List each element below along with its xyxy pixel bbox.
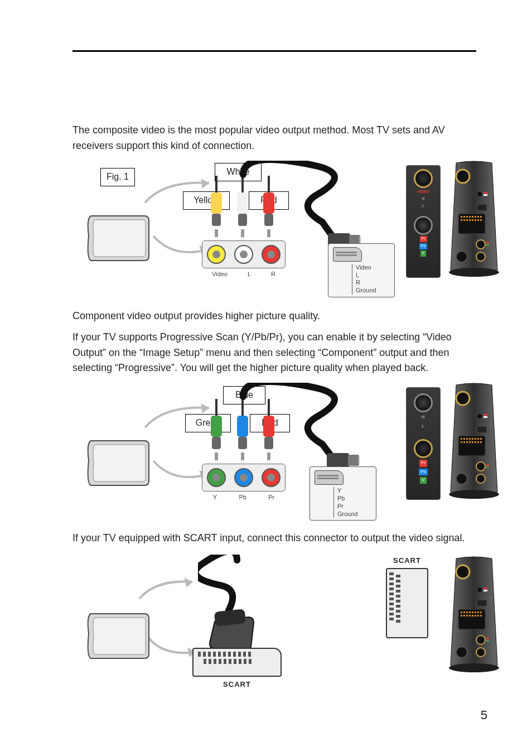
svg-point-34 bbox=[476, 252, 485, 261]
svg-rect-19 bbox=[472, 216, 473, 218]
svg-point-44 bbox=[456, 392, 470, 405]
port-label: Pr bbox=[420, 236, 427, 242]
device-rear-icon: Y bbox=[446, 161, 502, 278]
svg-rect-26 bbox=[469, 219, 471, 221]
svg-rect-100 bbox=[486, 638, 489, 639]
svg-rect-91 bbox=[461, 615, 462, 617]
svg-rect-47 bbox=[483, 416, 487, 418]
rca-socket-label: R bbox=[271, 269, 275, 279]
svg-rect-85 bbox=[466, 611, 468, 613]
svg-rect-30 bbox=[480, 219, 482, 221]
device-rear-icon: Y bbox=[446, 383, 502, 500]
tv-icon bbox=[86, 214, 151, 264]
svg-point-102 bbox=[476, 648, 485, 657]
svg-text:Y: Y bbox=[490, 596, 492, 600]
svg-rect-97 bbox=[477, 615, 479, 617]
svg-rect-55 bbox=[472, 438, 473, 440]
rca-plugs-icon bbox=[204, 399, 282, 460]
svg-rect-48 bbox=[477, 426, 487, 433]
rca-socket-label: L bbox=[248, 269, 251, 279]
svg-rect-80 bbox=[477, 600, 487, 606]
pin-label: Pr bbox=[337, 503, 373, 511]
rca-socket-label: Y bbox=[213, 493, 217, 502]
back-panel-strip-icon: R L Pr Pb Y bbox=[406, 387, 441, 500]
svg-rect-96 bbox=[475, 615, 476, 617]
pin-label: Ground bbox=[337, 511, 373, 518]
svg-point-75 bbox=[449, 663, 499, 672]
svg-rect-22 bbox=[480, 216, 482, 218]
svg-rect-57 bbox=[477, 438, 479, 440]
port-label: R bbox=[422, 414, 425, 421]
svg-rect-54 bbox=[469, 438, 471, 440]
svg-rect-78 bbox=[483, 588, 487, 589]
svg-point-8 bbox=[456, 170, 470, 183]
scart-receptacle: SCART bbox=[385, 555, 429, 638]
svg-point-76 bbox=[456, 565, 470, 579]
svg-rect-15 bbox=[461, 216, 462, 218]
svg-rect-60 bbox=[463, 441, 465, 443]
svg-point-45 bbox=[477, 413, 482, 419]
pin-label: R bbox=[356, 279, 391, 287]
svg-rect-24 bbox=[463, 219, 465, 221]
svg-rect-29 bbox=[477, 219, 479, 221]
svg-rect-94 bbox=[469, 615, 471, 617]
component-paragraph-2: If your TV supports Progressive Scan (Y/… bbox=[72, 330, 476, 377]
svg-rect-88 bbox=[475, 611, 476, 613]
svg-rect-4 bbox=[359, 237, 361, 238]
pin-label: Pb bbox=[337, 495, 373, 503]
port-label: R bbox=[422, 196, 424, 203]
connector-pinout: Y Pb Pr Ground bbox=[309, 466, 376, 521]
composite-paragraph: The composite video is the most popular … bbox=[72, 123, 476, 154]
svg-rect-17 bbox=[466, 216, 468, 218]
port-label: L bbox=[422, 423, 424, 430]
figure-label: Fig. 1 bbox=[100, 168, 135, 186]
port-label: VIDEO bbox=[417, 189, 429, 195]
svg-rect-98 bbox=[480, 615, 482, 617]
svg-rect-53 bbox=[466, 438, 468, 440]
scart-panel-label: SCART bbox=[385, 555, 429, 566]
page-number: 5 bbox=[481, 708, 487, 723]
pin-label: Ground bbox=[356, 287, 391, 295]
svg-point-31 bbox=[476, 240, 485, 249]
svg-rect-58 bbox=[480, 438, 482, 440]
svg-rect-90 bbox=[480, 611, 482, 613]
section-composite: The composite video is the most popular … bbox=[72, 123, 476, 281]
svg-rect-5 bbox=[359, 239, 361, 240]
svg-rect-69 bbox=[486, 466, 489, 468]
port-label: Pb bbox=[419, 243, 428, 249]
svg-rect-63 bbox=[472, 441, 473, 443]
port-label: Y bbox=[420, 251, 427, 257]
svg-rect-95 bbox=[472, 615, 473, 617]
svg-rect-101 bbox=[486, 640, 489, 642]
svg-rect-56 bbox=[475, 438, 476, 440]
svg-rect-64 bbox=[475, 441, 476, 443]
connector-pinout: Video L R Ground bbox=[328, 243, 395, 297]
back-panel-strip-icon: VIDEO R L Pr Pb Y bbox=[406, 165, 441, 278]
rca-socket-label: Pr bbox=[268, 493, 274, 502]
svg-rect-23 bbox=[461, 219, 462, 221]
svg-rect-92 bbox=[463, 615, 465, 617]
svg-rect-84 bbox=[463, 611, 465, 613]
svg-rect-25 bbox=[466, 219, 468, 221]
svg-rect-59 bbox=[461, 441, 462, 443]
svg-point-71 bbox=[456, 473, 467, 484]
figure-composite: Fig. 1 White Yellow Red bbox=[84, 161, 485, 281]
svg-text:Y: Y bbox=[490, 423, 492, 427]
svg-rect-83 bbox=[461, 611, 462, 613]
svg-rect-93 bbox=[466, 615, 468, 617]
port-label: L bbox=[422, 203, 424, 209]
section-scart: If your TV equipped with SCART input, co… bbox=[72, 531, 476, 681]
rca-socket-label: Video bbox=[212, 269, 228, 279]
svg-marker-72 bbox=[185, 578, 192, 587]
svg-rect-42 bbox=[358, 461, 360, 463]
component-paragraph-1: Component video output provides higher p… bbox=[72, 309, 476, 324]
rca-socket-label: Pb bbox=[239, 493, 246, 502]
svg-rect-46 bbox=[483, 414, 487, 416]
svg-point-77 bbox=[477, 587, 482, 593]
svg-point-70 bbox=[476, 474, 485, 483]
svg-rect-39 bbox=[348, 455, 359, 466]
svg-rect-33 bbox=[486, 244, 489, 246]
tv-icon bbox=[86, 611, 151, 662]
svg-rect-32 bbox=[486, 242, 489, 244]
svg-rect-21 bbox=[477, 216, 479, 218]
